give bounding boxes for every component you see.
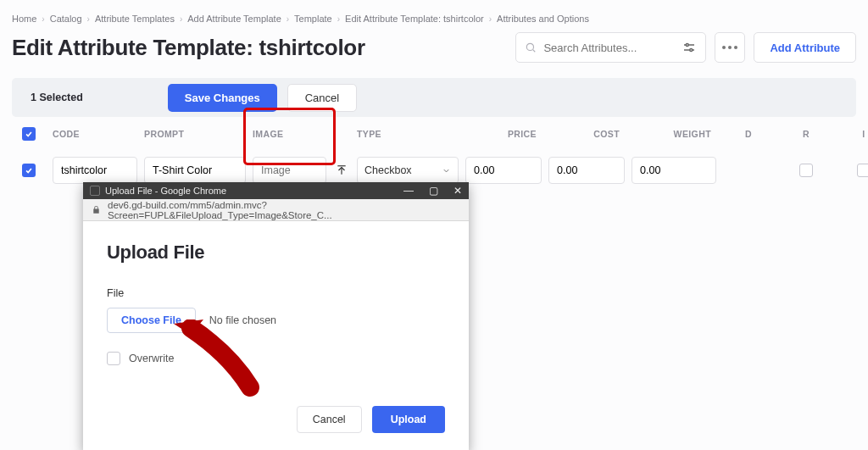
image-input[interactable] <box>253 157 326 184</box>
more-menu-button[interactable] <box>715 32 745 63</box>
breadcrumb-item[interactable]: Attributes and Options <box>497 14 589 24</box>
col-i: I <box>838 129 868 139</box>
cancel-button[interactable]: Cancel <box>287 84 357 112</box>
file-label: File <box>107 287 445 299</box>
prompt-input[interactable] <box>144 157 246 184</box>
search-box[interactable] <box>515 32 706 63</box>
breadcrumb-item[interactable]: Edit Attribute Template: tshirtcolor <box>345 14 484 24</box>
col-d: D <box>723 129 774 139</box>
favicon-icon <box>90 186 100 196</box>
save-changes-button[interactable]: Save Changes <box>168 84 277 112</box>
dialog-window-title: Upload File - Google Chrome <box>105 186 226 196</box>
breadcrumb-item[interactable]: Home <box>12 14 36 24</box>
minimize-icon[interactable]: — <box>403 185 414 197</box>
cost-input[interactable] <box>548 157 625 184</box>
select-all-checkbox[interactable] <box>22 127 36 141</box>
breadcrumb-item[interactable]: Catalog <box>50 14 82 24</box>
dialog-url-text: dev6.gd-build.com/mm5/admin.mvc?Screen=F… <box>108 200 460 220</box>
breadcrumb-item[interactable]: Attribute Templates <box>95 14 175 24</box>
action-bar: 1 Selected Save Changes Cancel <box>12 78 856 117</box>
page-title: Edit Attribute Template: tshirtcolor <box>12 35 515 61</box>
code-input[interactable] <box>53 157 137 184</box>
svg-line-1 <box>533 50 536 53</box>
maximize-icon[interactable]: ▢ <box>429 185 438 197</box>
lock-icon <box>92 205 101 214</box>
svg-point-0 <box>527 43 534 50</box>
dialog-cancel-button[interactable]: Cancel <box>297 406 362 433</box>
breadcrumb-item[interactable]: Add Attribute Template <box>187 14 281 24</box>
col-type: TYPE <box>357 129 459 139</box>
type-select-value: Checkbox <box>364 164 412 176</box>
col-price: PRICE <box>465 129 542 139</box>
r-checkbox[interactable] <box>799 164 813 177</box>
type-select[interactable]: Checkbox <box>357 157 459 184</box>
weight-input[interactable] <box>632 157 716 184</box>
upload-dialog: Upload File - Google Chrome — ▢ ✕ dev6.g… <box>83 182 469 450</box>
dialog-upload-button[interactable]: Upload <box>372 406 445 433</box>
row-checkbox[interactable] <box>22 164 36 177</box>
col-image: IMAGE <box>253 129 350 139</box>
filter-icon[interactable] <box>682 40 697 55</box>
choose-file-button[interactable]: Choose File <box>107 308 196 333</box>
col-weight: WEIGHT <box>632 129 716 139</box>
svg-point-5 <box>690 49 693 52</box>
overwrite-label: Overwrite <box>129 353 174 364</box>
overwrite-checkbox[interactable] <box>107 352 120 365</box>
upload-image-button[interactable] <box>333 162 350 179</box>
dialog-url-bar: dev6.gd-build.com/mm5/admin.mvc?Screen=F… <box>83 199 469 221</box>
table-header: CODE PROMPT IMAGE TYPE PRICE COST WEIGHT… <box>12 117 856 151</box>
dialog-heading: Upload File <box>107 242 445 264</box>
no-file-text: No file chosen <box>209 314 276 326</box>
price-input[interactable] <box>465 157 542 184</box>
search-icon <box>525 42 537 53</box>
breadcrumb: Home› Catalog› Attribute Templates› Add … <box>0 0 868 32</box>
add-attribute-button[interactable]: Add Attribute <box>754 32 856 63</box>
chevron-down-icon <box>442 166 451 175</box>
dialog-titlebar: Upload File - Google Chrome — ▢ ✕ <box>83 182 469 199</box>
svg-point-4 <box>687 44 689 47</box>
col-r: R <box>781 129 832 139</box>
i-checkbox[interactable] <box>857 164 868 177</box>
close-icon[interactable]: ✕ <box>453 185 462 197</box>
breadcrumb-item[interactable]: Template <box>294 14 332 24</box>
col-code: CODE <box>53 129 137 139</box>
col-prompt: PROMPT <box>144 129 246 139</box>
selected-count: 1 Selected <box>31 92 83 103</box>
col-cost: COST <box>548 129 625 139</box>
search-input[interactable] <box>543 42 675 54</box>
